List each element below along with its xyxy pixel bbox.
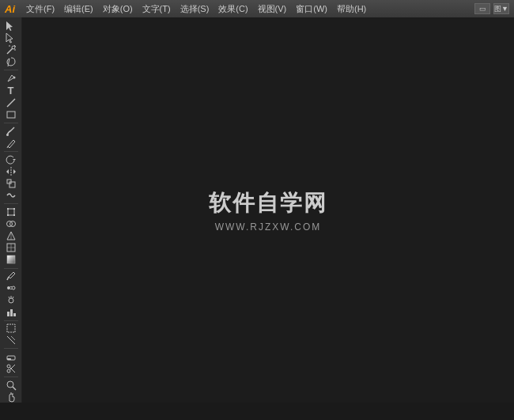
artboard-tool[interactable] xyxy=(2,323,20,334)
eraser-tool[interactable] xyxy=(2,351,20,362)
type-tool[interactable]: T xyxy=(2,85,20,96)
menu-select[interactable]: 选择(S) xyxy=(179,3,211,15)
separator-2 xyxy=(4,123,18,123)
menu-effect[interactable]: 效果(C) xyxy=(217,3,249,15)
svg-rect-23 xyxy=(13,214,15,216)
separator-6 xyxy=(4,320,18,321)
canvas-area[interactable]: 软件自学网 WWW.RJZXW.COM xyxy=(22,17,514,403)
svg-point-47 xyxy=(7,365,10,368)
window-controls: ▭ 图▼ xyxy=(474,3,509,14)
svg-line-9 xyxy=(7,99,15,107)
blend-tool[interactable] xyxy=(2,282,20,293)
svg-rect-22 xyxy=(7,214,9,216)
svg-point-35 xyxy=(9,298,13,303)
separator-5 xyxy=(4,268,18,269)
hand-tool[interactable] xyxy=(2,392,20,403)
window-icon-button[interactable]: ▭ xyxy=(474,3,490,14)
column-graph-tool[interactable] xyxy=(2,307,20,318)
svg-point-34 xyxy=(12,286,15,289)
gradient-tool[interactable] xyxy=(2,254,20,265)
svg-point-8 xyxy=(13,77,15,79)
svg-point-48 xyxy=(7,369,10,373)
menu-view[interactable]: 视图(V) xyxy=(256,3,289,15)
svg-point-51 xyxy=(7,381,13,388)
svg-point-3 xyxy=(12,46,15,49)
svg-line-44 xyxy=(11,336,15,340)
svg-rect-40 xyxy=(10,309,13,316)
reflect-tool[interactable] xyxy=(2,166,20,177)
svg-marker-13 xyxy=(13,159,16,161)
svg-rect-39 xyxy=(7,312,9,316)
separator-7 xyxy=(4,348,18,349)
svg-marker-1 xyxy=(6,33,13,43)
separator-8 xyxy=(4,376,18,377)
svg-rect-20 xyxy=(7,208,9,210)
svg-rect-21 xyxy=(13,208,15,210)
free-transform-tool[interactable] xyxy=(2,206,20,218)
rotate-tool[interactable] xyxy=(2,154,20,165)
menu-help[interactable]: 帮助(H) xyxy=(335,3,368,15)
pen-tool[interactable] xyxy=(2,73,20,84)
left-toolbar: T xyxy=(0,17,22,403)
menu-window[interactable]: 窗口(W) xyxy=(294,3,329,15)
svg-point-11 xyxy=(6,134,9,136)
svg-rect-19 xyxy=(8,209,14,215)
watermark-url: WWW.RJZXW.COM xyxy=(209,221,327,233)
svg-line-49 xyxy=(9,368,15,373)
zoom-tool[interactable] xyxy=(2,380,20,391)
svg-point-33 xyxy=(7,286,10,289)
main-area: T xyxy=(0,17,514,403)
svg-line-38 xyxy=(9,297,9,298)
lasso-tool[interactable] xyxy=(2,56,20,67)
svg-rect-17 xyxy=(9,182,15,187)
rectangle-tool[interactable] xyxy=(2,109,20,120)
separator-4 xyxy=(4,203,18,204)
svg-rect-46 xyxy=(7,358,11,360)
scissors-tool[interactable] xyxy=(2,363,20,374)
line-tool[interactable] xyxy=(2,97,20,108)
separator-1 xyxy=(4,70,18,70)
titlebar: Ai 文件(F) 编辑(E) 对象(O) 文字(T) 选择(S) 效果(C) 视… xyxy=(0,0,514,17)
perspective-grid-tool[interactable] xyxy=(2,230,20,241)
extras-button[interactable]: 图▼ xyxy=(493,3,509,14)
svg-rect-42 xyxy=(7,324,15,332)
direct-selection-tool[interactable] xyxy=(2,32,20,44)
pencil-tool[interactable] xyxy=(2,138,20,149)
menu-text[interactable]: 文字(T) xyxy=(141,3,172,15)
svg-rect-41 xyxy=(13,313,16,316)
svg-line-2 xyxy=(7,48,13,54)
scale-tool[interactable] xyxy=(2,178,20,189)
watermark: 软件自学网 WWW.RJZXW.COM xyxy=(209,188,327,233)
menu-file[interactable]: 文件(F) xyxy=(25,3,56,15)
svg-line-50 xyxy=(9,365,15,370)
warp-tool[interactable] xyxy=(2,190,20,201)
slice-tool[interactable] xyxy=(2,335,20,346)
eyedropper-tool[interactable] xyxy=(2,271,20,282)
svg-marker-0 xyxy=(6,21,13,31)
svg-marker-15 xyxy=(6,169,9,174)
svg-line-32 xyxy=(7,277,9,280)
svg-line-12 xyxy=(7,146,8,148)
svg-line-37 xyxy=(13,297,13,298)
selection-tool[interactable] xyxy=(2,21,20,32)
paintbrush-tool[interactable] xyxy=(2,126,20,137)
svg-marker-16 xyxy=(13,169,16,174)
shape-builder-tool[interactable] xyxy=(2,218,20,229)
ai-logo-icon: Ai xyxy=(5,3,15,15)
separator-3 xyxy=(4,151,18,152)
svg-rect-10 xyxy=(7,112,15,118)
symbol-sprayer-tool[interactable] xyxy=(2,294,20,305)
svg-line-43 xyxy=(7,336,15,344)
mesh-tool[interactable] xyxy=(2,242,20,253)
menu-edit[interactable]: 编辑(E) xyxy=(62,3,95,15)
svg-rect-31 xyxy=(7,255,15,263)
watermark-title: 软件自学网 xyxy=(209,188,327,218)
svg-line-52 xyxy=(13,387,16,390)
menu-object[interactable]: 对象(O) xyxy=(101,3,134,15)
magic-wand-tool[interactable] xyxy=(2,44,20,55)
